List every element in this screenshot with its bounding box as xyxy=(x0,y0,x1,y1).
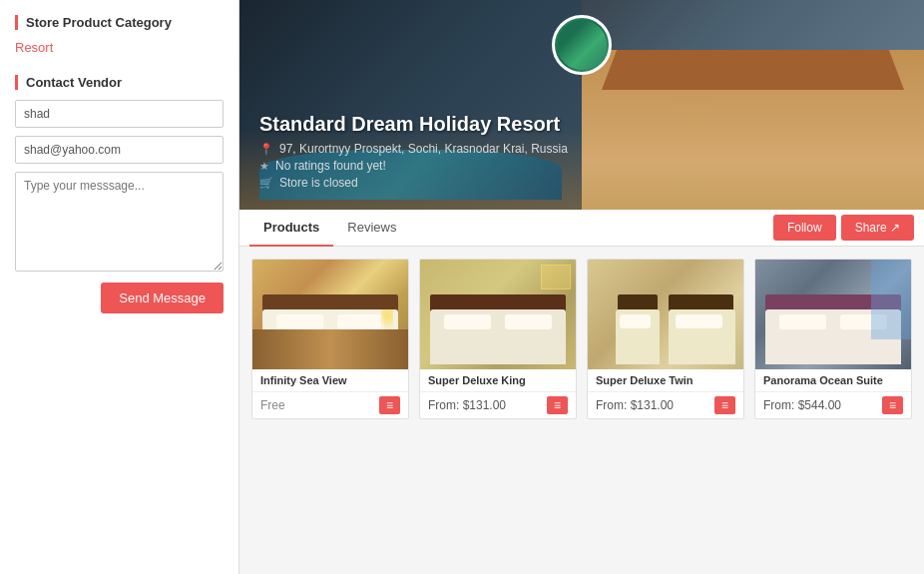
share-button[interactable]: Share ↗ xyxy=(841,215,914,241)
contact-section-title: Contact Vendor xyxy=(15,75,224,90)
pillow-3b xyxy=(676,314,722,328)
store-banner: Standard Dream Holiday Resort 📍 97, Kuro… xyxy=(239,0,924,210)
share-label: Share xyxy=(855,221,887,235)
product-menu-btn-2[interactable]: ≡ xyxy=(714,396,735,414)
product-footer-0: Free ≡ xyxy=(252,392,408,418)
follow-button[interactable]: Follow xyxy=(773,215,836,241)
product-card-3[interactable]: Panorama Ocean Suite From: $544.00 ≡ xyxy=(754,259,912,419)
product-footer-3: From: $544.00 ≡ xyxy=(755,392,911,418)
tab-reviews[interactable]: Reviews xyxy=(333,210,410,247)
product-menu-btn-1[interactable]: ≡ xyxy=(547,396,568,414)
contact-form: Send Message xyxy=(15,100,224,283)
contact-email-input[interactable] xyxy=(15,136,224,164)
store-address: 📍 97, Kurortnyy Prospekt, Sochi, Krasnod… xyxy=(259,142,568,156)
products-area: Infinity Sea View Free ≡ xyxy=(239,247,924,431)
product-image-3 xyxy=(755,260,911,369)
product-footer-1: From: $131.00 ≡ xyxy=(420,392,576,418)
star-icon: ★ xyxy=(259,160,269,173)
building-shape xyxy=(582,50,924,210)
avatar-image xyxy=(557,20,607,70)
product-price-1: From: $131.00 xyxy=(428,398,506,412)
product-image-2 xyxy=(588,260,743,369)
pillow-right-2 xyxy=(505,314,553,329)
bed-shape-2 xyxy=(430,309,566,364)
pillow-right xyxy=(337,314,385,329)
store-ratings: ★ No ratings found yet! xyxy=(259,159,568,173)
window-2 xyxy=(541,265,571,289)
category-section: Store Product Category Resort xyxy=(15,15,224,55)
pillow-left-2 xyxy=(444,314,492,329)
window-ocean xyxy=(871,260,911,339)
bed-shape-3b xyxy=(669,309,735,364)
contact-message-textarea[interactable] xyxy=(15,172,224,272)
sidebar: Store Product Category Resort Contact Ve… xyxy=(0,0,239,574)
avatar xyxy=(552,15,612,75)
product-price-3: From: $544.00 xyxy=(763,398,841,412)
product-card-1[interactable]: Super Deluxe King From: $131.00 ≡ xyxy=(419,259,577,419)
store-meta: 📍 97, Kurortnyy Prospekt, Sochi, Krasnod… xyxy=(259,142,568,190)
product-card-0[interactable]: Infinity Sea View Free ≡ xyxy=(251,259,409,419)
bed-shape xyxy=(262,309,398,364)
lamp-glow xyxy=(381,309,393,329)
category-section-title: Store Product Category xyxy=(15,15,224,30)
product-price-0: Free xyxy=(260,398,285,412)
tab-products[interactable]: Products xyxy=(249,210,333,247)
product-price-2: From: $131.00 xyxy=(596,398,674,412)
address-line1: 97, Kurortnyy Prospekt, Sochi, Krasnodar… xyxy=(279,142,568,156)
product-name-1: Super Deluxe King xyxy=(420,369,576,392)
send-message-button[interactable]: Send Message xyxy=(101,283,224,313)
store-status: 🛒 Store is closed xyxy=(259,176,568,190)
product-image-0 xyxy=(252,260,408,369)
store-info: Standard Dream Holiday Resort 📍 97, Kuro… xyxy=(259,113,568,190)
product-menu-btn-0[interactable]: ≡ xyxy=(379,396,400,414)
building-roof xyxy=(602,50,904,90)
product-name-2: Super Deluxe Twin xyxy=(588,369,743,392)
category-resort-link[interactable]: Resort xyxy=(15,40,53,55)
pillow-left xyxy=(276,314,324,329)
contact-section: Contact Vendor Send Message xyxy=(15,75,224,283)
status-text: Store is closed xyxy=(279,176,358,190)
main-content: Standard Dream Holiday Resort 📍 97, Kuro… xyxy=(239,0,924,574)
product-menu-btn-3[interactable]: ≡ xyxy=(882,396,903,414)
ratings-text: No ratings found yet! xyxy=(275,159,386,173)
banner-right xyxy=(582,0,924,210)
location-icon: 📍 xyxy=(259,143,273,156)
product-name-3: Panorama Ocean Suite xyxy=(755,369,911,392)
bed-shape-3a xyxy=(616,309,660,364)
product-footer-2: From: $131.00 ≡ xyxy=(588,392,743,418)
pillow-3a xyxy=(620,314,651,328)
store-name: Standard Dream Holiday Resort xyxy=(259,113,568,136)
product-name-0: Infinity Sea View xyxy=(252,369,408,392)
share-icon: ↗ xyxy=(890,221,900,235)
tabs-bar: Products Reviews Follow Share ↗ xyxy=(239,210,924,247)
product-image-1 xyxy=(420,260,576,369)
product-card-2[interactable]: Super Deluxe Twin From: $131.00 ≡ xyxy=(587,259,744,419)
contact-name-input[interactable] xyxy=(15,100,224,128)
store-avatar-container xyxy=(552,15,612,75)
pillow-left-4 xyxy=(779,314,827,329)
products-grid: Infinity Sea View Free ≡ xyxy=(251,259,912,419)
cart-icon: 🛒 xyxy=(259,177,273,190)
